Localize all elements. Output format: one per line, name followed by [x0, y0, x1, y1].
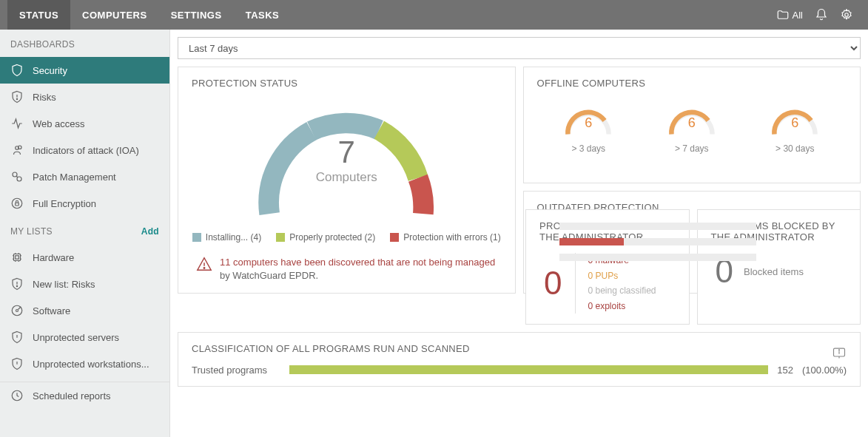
sidebar-item-label: Scheduled reports	[33, 390, 111, 402]
top-navbar: STATUS COMPUTERS SETTINGS TASKS All	[0, 0, 868, 30]
gauge-label: Computers	[316, 170, 377, 185]
bell-icon	[815, 8, 828, 21]
tab-computers[interactable]: COMPUTERS	[70, 0, 159, 30]
sidebar-item-new-risks[interactable]: New list: Risks	[0, 271, 169, 297]
shield-alert-icon	[10, 90, 24, 104]
shield-icon	[10, 64, 24, 77]
gauge-value: 7	[316, 135, 377, 170]
offline-7days[interactable]: 6 > 7 days	[665, 104, 719, 154]
svg-line-23	[18, 307, 21, 310]
panel-title: OFFLINE COMPUTERS	[537, 78, 847, 89]
panel-classification: CLASSIFICATION OF ALL PROGRAMS RUN AND S…	[178, 332, 861, 387]
panel-title: CLASSIFICATION OF ALL PROGRAMS RUN AND S…	[192, 343, 470, 354]
shield-alert-icon	[10, 277, 24, 291]
panel-offline-computers: OFFLINE COMPUTERS 6 > 3 days 6 > 7 days …	[523, 67, 861, 183]
gear-icon	[840, 8, 853, 21]
svg-point-28	[203, 268, 204, 268]
add-list-link[interactable]: Add	[141, 226, 159, 237]
sidebar-item-label: Full Encryption	[33, 198, 96, 209]
gauge-legend: Installing... (4) Properly protected (2)…	[192, 232, 501, 243]
svg-rect-9	[14, 254, 21, 261]
sidebar-item-scheduled-reports[interactable]: Scheduled reports	[0, 382, 169, 409]
svg-point-22	[16, 310, 18, 312]
disc-icon	[10, 304, 24, 317]
protection-gauge: 7 Computers	[243, 96, 450, 229]
sidebar-item-label: Indicators of attack (IOA)	[33, 145, 139, 156]
activity-icon	[10, 117, 24, 130]
svg-point-20	[16, 285, 17, 286]
sidebar-item-label: Software	[33, 305, 70, 316]
target-icon	[10, 143, 24, 157]
sidebar-item-risks[interactable]: Risks	[0, 84, 169, 110]
panel-protection-status: PROTECTION STATUS 7 Computers	[178, 67, 516, 294]
blocked-label: Blocked items	[744, 266, 804, 277]
trusted-bar	[289, 365, 768, 374]
sidebar-item-patch[interactable]: Patch Management	[0, 163, 169, 190]
sidebar-item-encryption[interactable]: Full Encryption	[0, 190, 169, 217]
svg-point-5	[13, 172, 17, 177]
sidebar: DASHBOARDS Security Risks Web access Ind…	[0, 30, 170, 437]
date-range-select[interactable]: Last 7 days	[178, 37, 861, 59]
trusted-count: 152	[777, 365, 793, 376]
offline-3days[interactable]: 6 > 3 days	[561, 104, 616, 154]
tab-settings[interactable]: SETTINGS	[159, 0, 234, 30]
allowed-total: 0	[544, 265, 562, 302]
sidebar-item-label: Patch Management	[33, 172, 116, 183]
settings-button[interactable]	[840, 8, 853, 21]
chip-icon	[10, 251, 24, 264]
tab-status[interactable]: STATUS	[7, 0, 70, 30]
shield-warn-icon	[10, 357, 24, 370]
trusted-label: Trusted programs	[192, 365, 280, 376]
svg-rect-10	[16, 256, 19, 260]
sidebar-item-label: Security	[33, 65, 67, 76]
dashboards-heading: DASHBOARDS	[0, 30, 169, 57]
tab-tasks[interactable]: TASKS	[234, 0, 292, 30]
folder-all-label: All	[793, 10, 803, 21]
svg-rect-8	[16, 203, 19, 206]
sidebar-item-label: Web access	[33, 118, 85, 129]
sidebar-item-unprotected-servers[interactable]: Unprotected servers	[0, 324, 169, 350]
info-icon[interactable]	[832, 345, 847, 362]
lock-icon	[10, 197, 24, 210]
sidebar-item-unprotected-workstations[interactable]: Unprotected workstations...	[0, 350, 169, 377]
sidebar-item-software[interactable]: Software	[0, 297, 169, 324]
sidebar-item-label: Hardware	[33, 252, 74, 263]
main-content: Last 7 days PROTECTION STATUS	[170, 30, 868, 437]
shield-warn-icon	[10, 331, 24, 344]
unmanaged-warning[interactable]: 11 computers have been discovered that a…	[192, 256, 502, 282]
trusted-pct: (100.00%)	[802, 365, 847, 376]
mylists-heading: MY LISTS Add	[0, 217, 169, 244]
sidebar-item-label: Risks	[33, 92, 56, 103]
folder-all-button[interactable]: All	[776, 8, 803, 21]
offline-30days[interactable]: 6 > 30 days	[767, 104, 822, 154]
svg-point-7	[12, 198, 22, 209]
svg-point-0	[845, 13, 849, 17]
warning-icon	[196, 256, 212, 274]
sidebar-item-security[interactable]: Security	[0, 57, 169, 84]
folder-icon	[776, 8, 790, 21]
sidebar-item-label: New list: Risks	[33, 279, 95, 290]
sidebar-item-label: Unprotected servers	[33, 332, 119, 343]
panel-title: PROTECTION STATUS	[192, 78, 502, 89]
svg-point-31	[839, 350, 840, 350]
patch-icon	[10, 170, 24, 183]
notifications-button[interactable]	[815, 8, 828, 21]
clock-icon	[10, 389, 24, 402]
sidebar-item-hardware[interactable]: Hardware	[0, 244, 169, 271]
sidebar-item-web-access[interactable]: Web access	[0, 110, 169, 137]
svg-point-2	[16, 98, 17, 99]
sidebar-item-ioa[interactable]: Indicators of attack (IOA)	[0, 137, 169, 163]
allowed-breakdown: 0 malware 0 PUPs 0 being classified 0 ex…	[575, 253, 656, 314]
sidebar-item-label: Unprotected workstations...	[33, 359, 149, 370]
svg-point-6	[17, 177, 21, 181]
